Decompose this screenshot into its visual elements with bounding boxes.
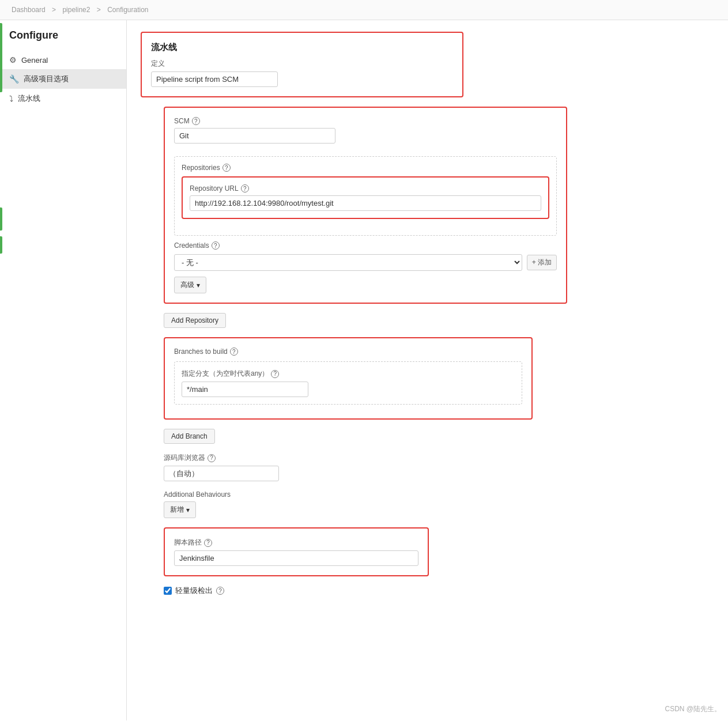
repo-url-box: Repository URL ? [182, 176, 549, 219]
lightweight-checkout-checkbox[interactable] [164, 587, 172, 595]
lightweight-checkout-row: 轻量级检出 ? [164, 586, 714, 596]
source-browser-section: 源码库浏览器 ? [164, 453, 714, 481]
source-browser-help-icon[interactable]: ? [208, 454, 216, 462]
sidebar-item-advanced[interactable]: 🔧 高级项目选项 [0, 69, 126, 89]
add-behaviour-button[interactable]: 新增 ▾ [164, 501, 196, 518]
source-browser-label: 源码库浏览器 [164, 453, 205, 463]
gear-icon: ⚙ [9, 55, 17, 65]
scm-label: SCM [174, 117, 190, 125]
breadcrumb-pipeline2[interactable]: pipeline2 [62, 6, 90, 14]
pipeline-section: 流水线 定义 [141, 32, 463, 97]
sidebar-title: Configure [0, 29, 126, 51]
breadcrumb-configuration: Configuration [107, 6, 148, 14]
scm-section: SCM ? Repositories ? Repository URL ? [164, 107, 567, 304]
lightweight-checkout-help-icon[interactable]: ? [216, 587, 224, 595]
advanced-row: 高级 ▾ [174, 277, 557, 293]
additional-behaviours-label: Additional Behaviours [164, 490, 231, 499]
lightweight-checkout-label: 轻量级检出 [175, 586, 213, 596]
credentials-section: Credentials ? - 无 - + 添加 [174, 241, 557, 271]
add-credentials-button[interactable]: + 添加 [527, 255, 557, 270]
script-path-input[interactable] [174, 550, 418, 566]
sidebar-item-label: 流水线 [18, 93, 40, 104]
script-path-label: 脚本路径 [174, 538, 202, 548]
breadcrumb: Dashboard > pipeline2 > Configuration [0, 0, 728, 20]
scm-help-icon[interactable]: ? [192, 117, 200, 125]
source-browser-input[interactable] [164, 466, 279, 481]
scm-input[interactable] [174, 128, 335, 144]
repo-url-label: Repository URL [190, 184, 239, 192]
breadcrumb-dashboard[interactable]: Dashboard [12, 6, 46, 14]
script-path-help-icon[interactable]: ? [204, 539, 212, 547]
branches-help-icon[interactable]: ? [230, 348, 238, 356]
additional-behaviours-section: Additional Behaviours 新增 ▾ [164, 490, 714, 518]
repo-url-input[interactable] [190, 195, 541, 211]
credentials-select[interactable]: - 无 - [174, 254, 522, 271]
wrench-icon: 🔧 [9, 74, 19, 84]
sidebar-item-label: 高级项目选项 [24, 74, 69, 84]
branches-section: Branches to build ? 指定分支（为空时代表any） ? [164, 337, 533, 420]
repositories-box: Repositories ? Repository URL ? [174, 156, 557, 236]
chevron-down-icon: ▾ [197, 281, 200, 289]
repo-url-help-icon[interactable]: ? [241, 184, 249, 192]
definition-input[interactable] [151, 71, 278, 87]
sidebar-item-pipeline[interactable]: ⤵ 流水线 [0, 89, 126, 108]
sidebar: Configure ⚙ General 🔧 高级项目选项 ⤵ 流水线 [0, 20, 127, 720]
repositories-help-icon[interactable]: ? [222, 164, 231, 172]
watermark: CSDN @陆先生。 [665, 704, 721, 714]
credentials-help-icon[interactable]: ? [212, 241, 220, 250]
credentials-label: Credentials [174, 241, 209, 250]
main-content: 流水线 定义 SCM ? Repositories ? [127, 20, 728, 720]
branch-item-box: 指定分支（为空时代表any） ? [174, 361, 522, 405]
branch-help-icon[interactable]: ? [271, 370, 279, 378]
advanced-button[interactable]: 高级 ▾ [174, 277, 206, 293]
chevron-down-icon2: ▾ [186, 506, 190, 514]
branch-label: 指定分支（为空时代表any） [182, 369, 269, 379]
add-branch-button[interactable]: Add Branch [164, 429, 215, 444]
branches-title: Branches to build [174, 348, 228, 356]
sidebar-item-general[interactable]: ⚙ General [0, 51, 126, 69]
branch-input[interactable] [182, 382, 308, 397]
pipeline-section-title: 流水线 [151, 42, 453, 53]
definition-label: 定义 [151, 59, 165, 69]
sidebar-item-label: General [21, 56, 48, 65]
script-path-section: 脚本路径 ? [164, 527, 429, 576]
add-repository-button[interactable]: Add Repository [164, 313, 226, 328]
repositories-label: Repositories [182, 164, 220, 172]
pipeline-icon: ⤵ [9, 94, 13, 103]
